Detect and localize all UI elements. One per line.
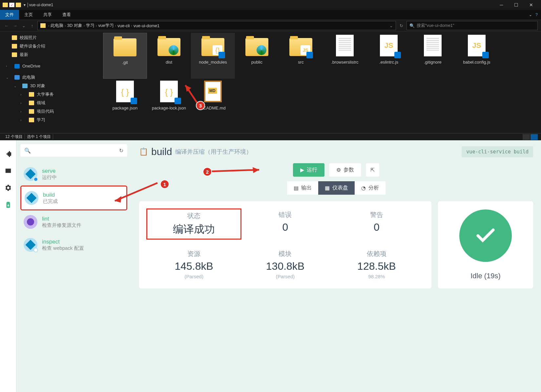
nav-tree[interactable]: 校园照片 硬件设备介绍 最新 ›OneDrive ⌄此电脑 ⌄3D 对象 ›大学… (0, 31, 102, 133)
check-icon: ✓ (9, 3, 14, 7)
file-item-readme[interactable]: README.md (191, 79, 235, 125)
status-card: Idle (19s) (438, 201, 533, 288)
file-item-git[interactable]: .git (103, 33, 147, 79)
file-item-node-modules[interactable]: {}node_modules (191, 33, 235, 79)
tree-item-thispc[interactable]: 此电脑 (22, 74, 35, 80)
recent-dropdown[interactable]: ⌄ (20, 23, 27, 28)
crumb[interactable]: vue学习 (98, 23, 114, 29)
open-button[interactable]: ⇱ (366, 163, 379, 177)
task-name: lint (42, 216, 81, 222)
tree-item[interactable]: 最新 (20, 52, 28, 58)
task-desc: 检查 webpack 配置 (42, 245, 84, 251)
task-search[interactable]: 🔍 ↻ (20, 144, 127, 157)
crumb[interactable]: vue-ui-dome1 (134, 23, 160, 28)
file-item-package-lock[interactable]: package-lock.json (147, 79, 191, 125)
file-item-browserslistrc[interactable]: .browserslistrc (323, 33, 367, 79)
crumb[interactable]: 学习 (86, 23, 94, 29)
tasks-icon[interactable] (5, 201, 12, 208)
address-dropdown-icon[interactable]: ⌄ (389, 23, 393, 28)
address-bar-row: ← → ⌄ ↑ › 此电脑› 3D 对象› 学习› vue学习› vue-cli… (0, 20, 541, 31)
crumb[interactable]: 3D 对象 (67, 23, 82, 29)
tree-item[interactable]: 硬件设备介绍 (20, 43, 45, 49)
crumb[interactable]: vue-cli (117, 23, 130, 28)
file-item-babel[interactable]: babel.config.js (455, 33, 499, 79)
folder-icon (40, 23, 46, 28)
tab-output[interactable]: ▤输出 (287, 181, 318, 195)
minimize-button[interactable]: ─ (494, 0, 509, 10)
tab-share[interactable]: 共享 (38, 10, 57, 20)
config-icon[interactable] (5, 184, 12, 191)
folder-icon (16, 3, 21, 7)
tab-analyze[interactable]: ◔分析 (355, 181, 385, 195)
search-icon: 🔍 (24, 147, 31, 154)
action-row: ▶运行 ⚙参数 ⇱ (139, 163, 533, 177)
task-build[interactable]: build已完成 (20, 186, 127, 210)
crumb[interactable]: 此电脑 (51, 23, 63, 29)
status-bar: 12 个项目 选中 1 个项目 (0, 133, 541, 140)
tree-item[interactable]: 学习 (37, 117, 45, 123)
success-circle (459, 209, 512, 262)
output-icon: ▤ (294, 185, 299, 191)
tree-item[interactable]: 领域 (37, 100, 45, 106)
file-label: package.json (113, 106, 138, 110)
tree-item[interactable]: 项目代码 (37, 108, 54, 114)
task-name: serve (42, 168, 57, 174)
search-input[interactable]: 🔍 搜索"vue-ui-dome1" (406, 21, 538, 30)
forward-button[interactable]: → (12, 23, 18, 28)
ribbon-expand-icon[interactable]: ⌄ (529, 12, 532, 17)
stats-card: 状态编译成功 错误0 警告0 资源145.8kB(Parsed) 模块130.8… (139, 201, 431, 288)
file-grid[interactable]: .git dist {}node_modules public JSsrc .b… (102, 31, 541, 133)
file-item-package[interactable]: package.json (103, 79, 147, 125)
help-icon[interactable]: ? (535, 12, 538, 17)
plugins-icon[interactable] (5, 150, 12, 157)
file-item-gitignore[interactable]: .gitignore (411, 33, 455, 79)
play-icon: ▶ (300, 167, 304, 173)
analyze-icon: ◔ (361, 185, 366, 191)
breadcrumb[interactable]: › 此电脑› 3D 对象› 学习› vue学习› vue-cli› vue-ui… (37, 21, 396, 30)
up-button[interactable]: ↑ (29, 23, 35, 28)
search-placeholder: 搜索"vue-ui-dome1" (417, 23, 454, 29)
file-item-eslintrc[interactable]: .eslintrc.js (367, 33, 411, 79)
main-header: 📋 build 编译并压缩（用于生产环境） vue-cli-service bu… (139, 146, 533, 157)
folder-icon (3, 3, 8, 7)
file-item-dist[interactable]: dist (147, 33, 191, 79)
tree-item[interactable]: 校园照片 (20, 35, 37, 41)
tab-dashboard[interactable]: ▦仪表盘 (318, 181, 355, 195)
clipboard-icon: 📋 (139, 147, 148, 156)
maximize-button[interactable]: ☐ (509, 0, 524, 10)
refresh-button[interactable]: ↻ (398, 23, 405, 28)
deps-icon[interactable] (5, 167, 12, 174)
icons-view-button[interactable] (531, 134, 538, 140)
tab-view[interactable]: 查看 (57, 10, 76, 20)
file-label: .git (122, 60, 128, 65)
external-link-icon: ⇱ (370, 167, 375, 173)
tree-item-onedrive[interactable]: OneDrive (22, 64, 40, 69)
tree-item[interactable]: 3D 对象 (30, 83, 45, 89)
vue-ui-panel: 🔍 ↻ serve运行中 build已完成 lint检查并修复源文件 inspe… (0, 140, 541, 392)
params-button[interactable]: ⚙参数 (329, 163, 361, 177)
file-item-src[interactable]: JSsrc (279, 33, 323, 79)
reload-icon[interactable]: ↻ (119, 147, 123, 154)
task-desc: 已完成 (43, 198, 58, 205)
tab-home[interactable]: 主页 (19, 10, 38, 20)
check-icon (474, 224, 497, 247)
task-inspect[interactable]: inspect检查 webpack 配置 (20, 233, 127, 256)
back-button[interactable]: ← (3, 23, 10, 28)
task-serve[interactable]: serve运行中 (20, 163, 127, 186)
task-desc: 运行中 (42, 174, 57, 181)
tree-item[interactable]: 大学事务 (37, 91, 54, 97)
task-lint[interactable]: lint检查并修复源文件 (20, 210, 127, 233)
idle-text: Idle (19s) (470, 272, 501, 280)
stat-status: 状态编译成功 (146, 208, 241, 240)
close-button[interactable]: ✕ (524, 0, 538, 10)
file-item-public[interactable]: public (235, 33, 279, 79)
item-count: 12 个项目 (3, 134, 25, 140)
page-title: build (151, 146, 172, 157)
dashboard: 状态编译成功 错误0 警告0 资源145.8kB(Parsed) 模块130.8… (139, 201, 533, 288)
tab-file[interactable]: 文件 (0, 10, 19, 20)
run-button[interactable]: ▶运行 (293, 163, 324, 177)
bar-divider: ▾ │ (24, 3, 29, 7)
ribbon-tabs: 文件 主页 共享 查看 ⌄ ? (0, 10, 541, 20)
details-view-button[interactable] (523, 134, 530, 140)
file-label: .eslintrc.js (379, 60, 398, 65)
